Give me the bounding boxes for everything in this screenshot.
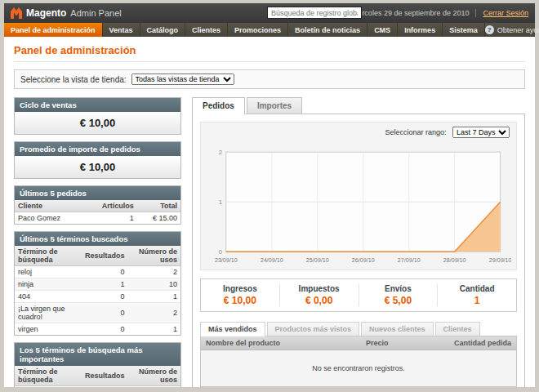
svg-text:26/09/10: 26/09/10 [352, 257, 375, 264]
col-qty-ordered: Cantidad pedida [434, 336, 516, 350]
table-row: 40401 [15, 291, 180, 303]
store-view-bar: Seleccione la vista de tienda: Todas las… [14, 69, 525, 89]
help-link[interactable]: ? Obtener ayuda para esta página [485, 23, 539, 37]
tab-mas-vendidos[interactable]: Más vendidos [200, 322, 265, 336]
chart-wrap: 01223/09/1024/09/1025/09/1026/09/1027/09… [201, 142, 516, 270]
bestsellers-grid: Nombre del producto Precio Cantidad pedi… [200, 336, 517, 387]
svg-text:29/09/10: 29/09/10 [489, 257, 511, 264]
lifetime-sales-title: Ciclo de ventas [15, 98, 180, 112]
last-search-terms-card: Últimos 5 términos buscados Término de b… [14, 231, 181, 336]
stat-ingresos: Ingresos € 10,00 [201, 284, 279, 306]
col-uses: Número de usos [127, 366, 180, 386]
nav-item-promociones[interactable]: Promociones [228, 23, 288, 37]
svg-text:2: 2 [219, 149, 222, 156]
global-search-input[interactable] [267, 7, 362, 19]
table-row: ninja110 [15, 386, 180, 388]
svg-text:24/09/10: 24/09/10 [261, 257, 283, 264]
chart-panel: Seleccionar rango: Last 7 Days 01223/09/… [192, 114, 525, 387]
col-cliente: Cliente [15, 200, 83, 212]
nav-item-catalogo[interactable]: Catálogo [140, 23, 186, 37]
stat-impuestos: Impuestos € 0,00 [279, 284, 359, 306]
table-row: reloj02 [15, 266, 180, 278]
nav-item-sistema[interactable]: Sistema [443, 23, 485, 37]
stat-envios: Envíos € 5,00 [359, 284, 438, 306]
svg-text:25/09/10: 25/09/10 [306, 257, 329, 264]
magento-logo-icon [11, 7, 22, 19]
range-label: Seleccionar rango: [385, 128, 446, 136]
svg-text:1: 1 [219, 198, 222, 206]
col-total: Total [137, 200, 180, 212]
help-icon: ? [485, 25, 494, 34]
content-area: Panel de administración Seleccione la vi… [4, 37, 535, 387]
main-nav: Panel de administración Ventas Catálogo … [4, 23, 535, 37]
col-uses: Número de usos [127, 246, 180, 266]
table-row: ¡La virgen que cuadro!02 [15, 303, 180, 323]
chart-tabs: Pedidos Importes [192, 97, 525, 114]
top-search-terms-title: Los 5 términos de búsqueda más important… [15, 343, 180, 366]
order-items: 1 [83, 212, 137, 225]
empty-message: No se encontraron registros. [201, 350, 516, 387]
lifetime-sales-value: € 10,00 [15, 112, 180, 134]
stat-cantidad: Cantidad 1 [437, 284, 516, 306]
nav-item-informes[interactable]: Informes [398, 23, 443, 37]
average-orders-value: € 10,00 [15, 156, 180, 178]
dashboard-sidebar: Ciclo de ventas € 10,00 Promedio de impo… [14, 97, 181, 387]
average-orders-title: Promedio de importe de pedidos [15, 142, 180, 156]
tab-importes[interactable]: Importes [247, 97, 302, 114]
nav-item-cms[interactable]: CMS [368, 23, 398, 37]
brand-suffix: Admin Panel [70, 8, 121, 18]
col-results: Resultados [82, 366, 128, 386]
col-product-name: Nombre del producto [201, 336, 361, 350]
table-row: ninja110 [15, 278, 180, 291]
help-label: Obtener ayuda para esta página [497, 26, 539, 34]
nav-item-clientes[interactable]: Clientes [185, 23, 228, 37]
dashboard-main: Pedidos Importes Seleccionar rango: Last… [192, 97, 525, 387]
svg-text:28/09/10: 28/09/10 [443, 257, 466, 264]
table-row: Paco Gomez 1 € 15.00 [15, 212, 180, 225]
top-bar: Magento Admin Panel Accedió como aparo m… [4, 3, 535, 23]
logout-link[interactable]: Cerrar Sesión [483, 9, 528, 17]
col-results: Resultados [82, 246, 128, 266]
last-search-terms-title: Últimos 5 términos buscados [15, 232, 180, 246]
svg-text:0: 0 [219, 248, 222, 256]
lifetime-sales-card: Ciclo de ventas € 10,00 [14, 97, 181, 135]
order-customer: Paco Gomez [15, 212, 83, 225]
svg-text:23/09/10: 23/09/10 [215, 257, 238, 264]
order-total: € 15.00 [137, 212, 180, 225]
tab-productos-mas-vistos[interactable]: Productos más vistos [267, 322, 360, 336]
svg-text:27/09/10: 27/09/10 [398, 257, 421, 264]
page-title: Panel de administración [14, 44, 525, 62]
range-row: Seleccionar rango: Last 7 Days [201, 122, 516, 142]
tab-clientes[interactable]: Clientes [435, 322, 480, 336]
store-view-select[interactable]: Todas las vistas de tienda [131, 74, 234, 85]
table-row: virgen01 [15, 323, 180, 336]
current-date: miércoles 29 de septiembre de 2010 [350, 9, 477, 17]
average-orders-card: Promedio de importe de pedidos € 10,00 [14, 141, 181, 179]
orders-chart: 01223/09/1024/09/1025/09/1026/09/1027/09… [206, 144, 511, 266]
col-articulos: Artículos [83, 200, 137, 212]
nav-item-boletin[interactable]: Boletín de noticias [288, 23, 368, 37]
col-price: Precio [361, 336, 434, 350]
brand-name: Magento [26, 7, 66, 19]
page-frame: Magento Admin Panel Accedió como aparo m… [0, 0, 539, 392]
last-orders-title: Últimos 5 pedidos [15, 186, 180, 200]
grids-tabs: Más vendidos Productos más vistos Nuevos… [200, 322, 517, 336]
col-term: Término de búsqueda [15, 366, 82, 386]
nav-item-ventas[interactable]: Ventas [103, 23, 140, 37]
totals-row: Ingresos € 10,00 Impuestos € 0,00 Envíos… [200, 278, 517, 312]
nav-item-dashboard[interactable]: Panel de administración [4, 23, 103, 37]
top-search-terms-card: Los 5 términos de búsqueda más important… [14, 342, 181, 387]
col-term: Término de búsqueda [15, 246, 82, 266]
last-orders-card: Últimos 5 pedidos Cliente Artículos Tota… [14, 185, 181, 225]
chart-block: Seleccionar rango: Last 7 Days 01223/09/… [200, 122, 517, 270]
tab-nuevos-clientes[interactable]: Nuevos clientes [361, 322, 434, 336]
store-view-label: Seleccione la vista de tienda: [20, 75, 127, 84]
range-select[interactable]: Last 7 Days [452, 127, 510, 138]
tab-pedidos[interactable]: Pedidos [192, 97, 245, 114]
